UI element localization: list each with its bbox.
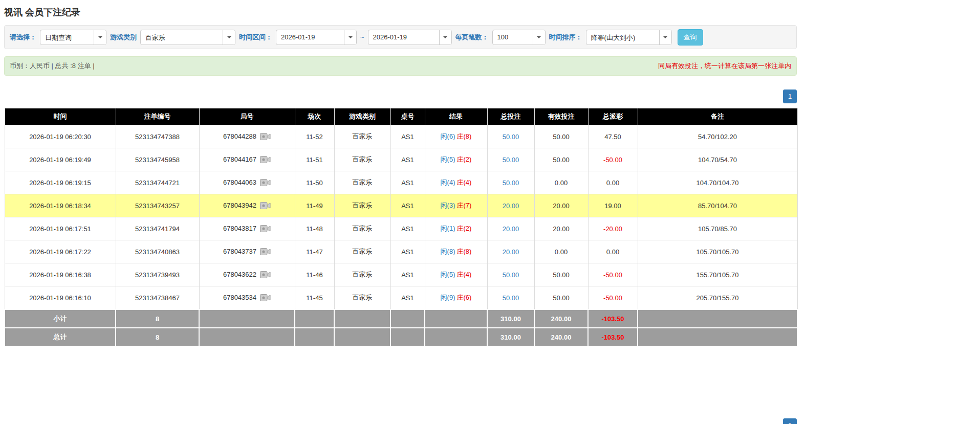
page-title: 视讯 会员下注纪录 bbox=[4, 6, 797, 18]
chevron-down-icon[interactable] bbox=[439, 30, 451, 44]
page-size-select[interactable]: 100 bbox=[492, 30, 546, 45]
cell-result: 闲(5)庄(4) bbox=[425, 263, 487, 286]
cell-payout: 19.00 bbox=[588, 194, 638, 217]
cell-time: 2026-01-19 06:20:30 bbox=[5, 125, 116, 148]
records-body: 2026-01-19 06:20:30 523134747388 6780442… bbox=[5, 125, 797, 310]
search-button[interactable]: 查询 bbox=[678, 29, 703, 46]
round-id-text: 678043622 bbox=[223, 271, 256, 278]
cell-table-no: AS1 bbox=[390, 148, 425, 171]
video-icon[interactable] bbox=[260, 294, 271, 302]
cell-table-no: AS1 bbox=[390, 194, 425, 217]
cell-game-type: 百家乐 bbox=[334, 240, 390, 263]
subtotal-count: 8 bbox=[116, 309, 199, 328]
cell-session: 11-47 bbox=[295, 240, 334, 263]
date-from-select[interactable]: 2026-01-19 bbox=[276, 30, 357, 45]
cell-valid-bet: 20.00 bbox=[534, 217, 588, 240]
cell-result: 闲(6)庄(8) bbox=[425, 125, 487, 148]
chevron-down-icon[interactable] bbox=[94, 30, 106, 44]
cell-remark: 105.70/105.70 bbox=[638, 240, 797, 263]
chevron-down-icon[interactable] bbox=[223, 30, 235, 44]
total-bet-link[interactable]: 20.00 bbox=[503, 225, 519, 233]
total-bet-link[interactable]: 50.00 bbox=[503, 133, 519, 141]
table-row: 2026-01-19 06:19:15 523134744721 6780440… bbox=[5, 171, 797, 194]
cell-valid-bet: 0.00 bbox=[534, 171, 588, 194]
page-button-1[interactable]: 1 bbox=[783, 90, 797, 103]
chevron-down-icon[interactable] bbox=[659, 30, 671, 44]
result-player: 闲(5) bbox=[441, 155, 455, 163]
header-bet-id: 注单编号 bbox=[116, 108, 199, 125]
cell-round-id: 678043534 bbox=[199, 286, 295, 310]
header-game-type: 游戏类别 bbox=[334, 108, 390, 125]
cell-game-type: 百家乐 bbox=[334, 125, 390, 148]
notice-text: 同局有效投注，统一计算在该局第一张注单内 bbox=[658, 61, 791, 71]
chevron-down-icon[interactable] bbox=[344, 30, 356, 44]
query-type-select[interactable]: 日期查询 bbox=[40, 30, 106, 45]
table-row: 2026-01-19 06:16:38 523134739493 6780436… bbox=[5, 263, 797, 286]
result-player: 闲(6) bbox=[441, 132, 455, 140]
total-bet-link[interactable]: 50.00 bbox=[503, 156, 519, 164]
cell-total-bet: 50.00 bbox=[487, 263, 534, 286]
cell-valid-bet: 20.00 bbox=[534, 194, 588, 217]
cell-table-no: AS1 bbox=[390, 240, 425, 263]
cell-game-type: 百家乐 bbox=[334, 148, 390, 171]
cell-bet-id: 523134745958 bbox=[116, 148, 199, 171]
round-id-text: 678043534 bbox=[223, 294, 256, 301]
header-table-no: 桌号 bbox=[390, 108, 425, 125]
total-bet-link[interactable]: 20.00 bbox=[503, 202, 519, 210]
cell-time: 2026-01-19 06:18:34 bbox=[5, 194, 116, 217]
game-type-select[interactable]: 百家乐 bbox=[140, 30, 235, 45]
cell-round-id: 678043942 bbox=[199, 194, 295, 217]
pagination-top: 1 bbox=[4, 90, 797, 103]
sort-select[interactable]: 降幂(由大到小) bbox=[586, 30, 672, 45]
cell-session: 11-46 bbox=[295, 263, 334, 286]
video-icon[interactable] bbox=[260, 271, 271, 279]
total-bet-link[interactable]: 50.00 bbox=[503, 179, 519, 187]
table-row: 2026-01-19 06:17:22 523134740863 6780437… bbox=[5, 240, 797, 263]
video-icon[interactable] bbox=[260, 178, 271, 187]
query-type-value: 日期查询 bbox=[40, 30, 94, 44]
round-id-text: 678044288 bbox=[223, 132, 256, 140]
result-player: 闲(1) bbox=[441, 225, 455, 232]
result-banker: 庄(8) bbox=[457, 132, 472, 140]
subtotal-valid-bet: 240.00 bbox=[534, 309, 588, 328]
cell-bet-id: 523134747388 bbox=[116, 125, 199, 148]
cell-payout: 47.50 bbox=[588, 125, 638, 148]
video-icon[interactable] bbox=[260, 248, 271, 256]
video-icon[interactable] bbox=[260, 155, 271, 164]
cell-remark: 104.70/104.70 bbox=[638, 171, 797, 194]
date-to-select[interactable]: 2026-01-19 bbox=[368, 30, 452, 45]
cell-time: 2026-01-19 06:17:51 bbox=[5, 217, 116, 240]
cell-session: 11-52 bbox=[295, 125, 334, 148]
table-header-row: 时间 注单编号 局号 场次 游戏类别 桌号 结果 总投注 有效投注 总派彩 备注 bbox=[5, 108, 797, 125]
cell-session: 11-50 bbox=[295, 171, 334, 194]
round-id-text: 678044063 bbox=[223, 178, 256, 186]
cell-game-type: 百家乐 bbox=[334, 263, 390, 286]
chevron-down-icon[interactable] bbox=[533, 30, 545, 44]
cell-result: 闲(8)庄(8) bbox=[425, 240, 487, 263]
page-button-1[interactable]: 1 bbox=[783, 418, 797, 424]
cell-total-bet: 20.00 bbox=[487, 194, 534, 217]
total-bet-link[interactable]: 20.00 bbox=[503, 248, 519, 256]
total-bet-link[interactable]: 50.00 bbox=[503, 294, 519, 302]
cell-payout: -50.00 bbox=[588, 286, 638, 310]
sort-label: 时间排序： bbox=[549, 33, 582, 42]
cell-time: 2026-01-19 06:17:22 bbox=[5, 240, 116, 263]
cell-remark: 205.70/155.70 bbox=[638, 286, 797, 310]
video-icon[interactable] bbox=[260, 202, 271, 210]
video-icon[interactable] bbox=[260, 225, 271, 233]
result-banker: 庄(6) bbox=[457, 294, 472, 301]
total-row: 总计 8 310.00 240.00 -103.50 bbox=[5, 328, 797, 346]
cell-valid-bet: 50.00 bbox=[534, 286, 588, 310]
cell-valid-bet: 50.00 bbox=[534, 125, 588, 148]
cell-game-type: 百家乐 bbox=[334, 194, 390, 217]
total-payout: -103.50 bbox=[588, 328, 638, 346]
cell-result: 闲(4)庄(4) bbox=[425, 171, 487, 194]
video-icon[interactable] bbox=[260, 132, 271, 141]
total-bet-link[interactable]: 50.00 bbox=[503, 271, 519, 279]
result-banker: 庄(7) bbox=[457, 202, 472, 209]
header-time: 时间 bbox=[5, 108, 116, 125]
result-banker: 庄(4) bbox=[457, 271, 472, 278]
cell-table-no: AS1 bbox=[390, 286, 425, 310]
total-total-bet: 310.00 bbox=[487, 328, 534, 346]
summary-bar: 币别：人民币 | 总共 :8 注单 | 同局有效投注，统一计算在该局第一张注单内 bbox=[4, 56, 797, 76]
